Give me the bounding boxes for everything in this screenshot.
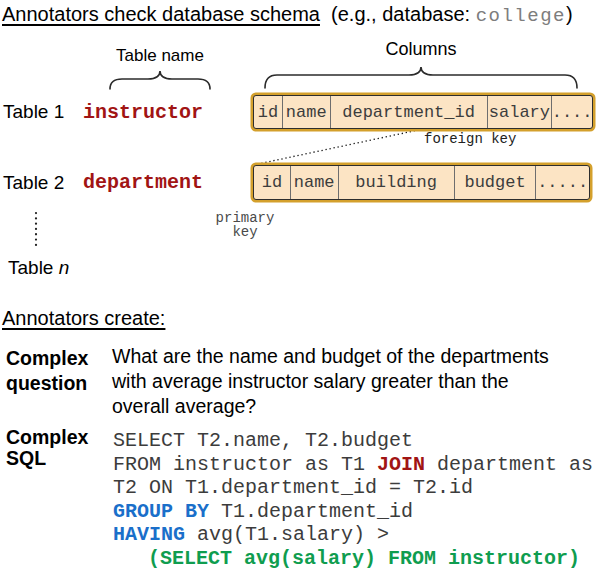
table2-name: department bbox=[83, 165, 203, 200]
table-n-prefix: Table bbox=[8, 257, 59, 279]
question-line: overall average? bbox=[112, 394, 600, 419]
sql-text: department as bbox=[425, 453, 593, 476]
paper-figure: Annotators check database schema (e.g., … bbox=[0, 0, 600, 568]
sql-text: T2 ON T1.department_id = T2.id bbox=[113, 476, 473, 499]
column-cell: budget bbox=[455, 166, 537, 199]
table1-label: Table 1 bbox=[3, 95, 64, 129]
figure-header: Annotators check database schema (e.g., … bbox=[2, 3, 573, 27]
table-n-label: Table n bbox=[8, 257, 69, 279]
sql-line: T2 ON T1.department_id = T2.id bbox=[113, 476, 593, 500]
complex-question-text: What are the name and budget of the depa… bbox=[112, 344, 600, 419]
example-db-prefix: (e.g., database: bbox=[320, 3, 476, 25]
foreign-key-link-line bbox=[258, 129, 423, 164]
table-name-brace-icon bbox=[110, 71, 210, 89]
sql-line: GROUP BY T1.department_id bbox=[113, 500, 593, 524]
column-cell: name bbox=[283, 96, 331, 128]
example-db-name: college bbox=[476, 5, 566, 27]
complex-sql-code: SELECT T2.name, T2.budget FROM instructo… bbox=[113, 429, 593, 568]
table-n-variable: n bbox=[59, 257, 70, 279]
columns-brace-icon bbox=[265, 67, 577, 88]
sql-keyword-join: JOIN bbox=[377, 453, 425, 476]
column-cell: department_id bbox=[331, 96, 488, 128]
section-title-check-schema: Annotators check database schema bbox=[2, 3, 320, 25]
sql-text: FROM instructor as T1 bbox=[113, 453, 377, 476]
sql-line: HAVING avg(T1.salary) > bbox=[113, 523, 593, 547]
primary-key-label: primary key bbox=[216, 211, 275, 239]
table-name-label: Table name bbox=[116, 46, 204, 66]
column-cell: .... bbox=[552, 96, 592, 128]
sql-keyword-group-by: GROUP BY bbox=[113, 500, 209, 523]
sql-text: SELECT T2.name, T2.budget bbox=[113, 429, 413, 452]
table1-name: instructor bbox=[83, 95, 203, 129]
table2-label: Table 2 bbox=[3, 165, 64, 200]
column-cell: name bbox=[291, 166, 339, 199]
column-cell: salary bbox=[488, 96, 553, 128]
sql-text: avg(T1.salary) > bbox=[185, 523, 389, 546]
foreign-key-label: foreign key bbox=[424, 131, 516, 147]
complex-question-label: Complex question bbox=[6, 346, 88, 396]
section-title-create: Annotators create: bbox=[2, 307, 165, 330]
table2-columns-box: id name building budget ....... bbox=[253, 165, 590, 200]
sql-text: T1.department_id bbox=[209, 500, 413, 523]
question-line: with average instructor salary greater t… bbox=[112, 369, 600, 394]
sql-line: (SELECT avg(salary) FROM instructor) bbox=[113, 547, 593, 568]
column-cell: ....... bbox=[536, 166, 589, 199]
sql-keyword-having: HAVING bbox=[113, 523, 185, 546]
sql-subquery-green: (SELECT avg(salary) FROM instructor) bbox=[148, 547, 580, 568]
columns-label: Columns bbox=[385, 39, 456, 60]
column-cell: id bbox=[254, 166, 291, 199]
column-cell: id bbox=[254, 96, 283, 128]
complex-sql-label: Complex SQL bbox=[6, 427, 88, 469]
sql-line: FROM instructor as T1 JOIN department as bbox=[113, 453, 593, 477]
sql-line: SELECT T2.name, T2.budget bbox=[113, 429, 593, 453]
example-db-suffix: ) bbox=[566, 3, 573, 25]
question-line: What are the name and budget of the depa… bbox=[112, 344, 600, 369]
column-cell: building bbox=[339, 166, 455, 199]
table1-columns-box: id name department_id salary .... bbox=[253, 95, 593, 129]
